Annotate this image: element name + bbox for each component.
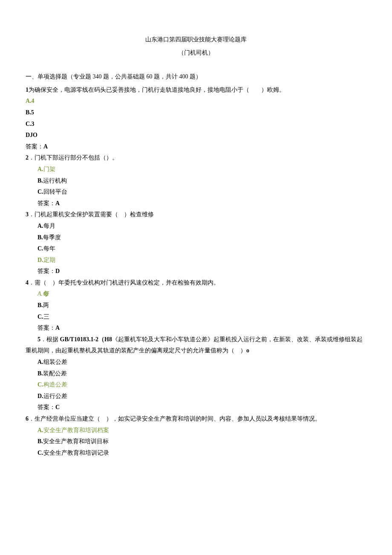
- q3-b-prefix: B.: [37, 234, 43, 241]
- q4-a-prefix: A.: [37, 291, 43, 297]
- q3-num: 3: [26, 211, 29, 218]
- q6-c-prefix: C.: [37, 450, 43, 456]
- q6-c-val: 安全生产教育和培训记录: [43, 450, 109, 456]
- q1-opt-a: A.4: [26, 96, 366, 107]
- q5-c-val: 构造公差: [43, 381, 67, 388]
- q1-opt-b: B.5: [26, 107, 366, 119]
- q5-d-val: 运行公差: [43, 393, 67, 399]
- q2-b-val: 运行机构: [43, 177, 67, 184]
- q2-answer: 答案：A: [26, 198, 366, 209]
- q2-text: 2．门机下部运行部分不包括（）。: [26, 152, 366, 164]
- q3-d-val: 定期: [43, 257, 55, 263]
- q2-body: ．门机下部运行部分不包括（）。: [29, 154, 118, 161]
- q4-opt-a: A.每: [26, 288, 366, 300]
- q5-opt-c: C.构造公差: [26, 379, 366, 391]
- q6-num: 6: [26, 416, 29, 422]
- q3-a-val: 每月: [43, 223, 55, 229]
- q1-num: 1: [26, 87, 29, 93]
- q3-body: ．门机起重机安全保护装置需要（ ）检查维修: [29, 211, 154, 218]
- q5-b-val: 装配公差: [43, 370, 67, 377]
- q4-b-val: 两: [43, 302, 49, 308]
- q6-b-prefix: B.: [37, 438, 43, 445]
- q3-opt-b: B.每季度: [26, 232, 366, 244]
- q2-opt-a: A.门架: [26, 164, 366, 175]
- q1-opt-d: DJO: [26, 130, 366, 141]
- q6-body: ．生产经营单位应当建立（ ），如实记录安全生产教育和培训的时间、内容、参加人员以…: [29, 416, 321, 422]
- q2-num: 2: [26, 154, 29, 161]
- q1-answer: 答案：A: [26, 141, 366, 153]
- q6-text: 6．生产经营单位应当建立（ ），如实记录安全生产教育和培训的时间、内容、参加人员…: [26, 413, 366, 425]
- q5-c-prefix: C.: [37, 381, 43, 388]
- q5-ans-val: C: [55, 404, 60, 410]
- q5-opt-b: B.装配公差: [26, 368, 366, 380]
- q4-ans-val: A: [55, 325, 60, 331]
- q2-ans-val: A: [55, 200, 60, 206]
- q3-ans-val: D: [55, 268, 60, 274]
- doc-subtitle: （门机司机）: [26, 47, 366, 59]
- q2-c-prefix: C.: [37, 189, 43, 195]
- q2-opt-c: C.回转平台: [26, 186, 366, 198]
- q5-opt-a: A.组装公差: [26, 357, 366, 368]
- doc-title: 山东港口第四届职业技能大赛理论题库: [26, 34, 366, 46]
- q4-c-val: 三: [43, 314, 49, 320]
- q6-opt-b: B.安全生产教育和培训目标: [26, 436, 366, 447]
- q3-c-val: 每年: [43, 245, 55, 252]
- q2-opt-b: B.运行机构: [26, 175, 366, 187]
- q5-b1: GB/T10183.1-2（H8: [60, 336, 112, 343]
- q6-opt-a: A.安全生产教育和培训档案: [26, 425, 366, 436]
- q4-opt-c: C.三: [26, 311, 366, 323]
- q3-a-prefix: A.: [37, 223, 43, 229]
- q5-d-prefix: D.: [37, 393, 43, 399]
- q3-opt-d: D.定期: [26, 255, 366, 266]
- q4-body: ．需（ ）年委托专业机构对门机进行风速仪检定，并在检验有效期内。: [29, 279, 219, 286]
- q6-b-val: 安全生产教育和培训目标: [43, 438, 109, 445]
- q2-b-prefix: B.: [37, 177, 43, 184]
- q3-opt-c: C.每年: [26, 243, 366, 255]
- q5-opt-d: D.运行公差: [26, 391, 366, 402]
- q5-num: 5: [37, 336, 40, 343]
- q4-num: 4: [26, 279, 29, 286]
- q4-answer: 答案：A: [26, 323, 366, 334]
- q5-a-prefix: A.: [37, 359, 43, 365]
- q3-b-val: 每季度: [43, 234, 61, 241]
- q3-text: 3．门机起重机安全保护装置需要（ ）检查维修: [26, 209, 366, 221]
- q4-a-val: 每: [43, 291, 49, 297]
- q1-ans-val: A: [43, 143, 48, 150]
- q3-opt-a: A.每月: [26, 221, 366, 232]
- q1-opt-c: C.3: [26, 119, 366, 130]
- q1-text: 1为确保安全，电源零线在码头已妥善接地，门机行走轨道接地良好，接地电阻小于（ ）…: [26, 84, 366, 96]
- q5-b2: o: [246, 347, 249, 354]
- q3-d-prefix: D.: [37, 257, 43, 263]
- q2-a-prefix: A.: [37, 166, 43, 172]
- q5-text: 5．根据 GB/T10183.1-2（H8《起重机车轮及大车和小车轨道公差》起重…: [26, 334, 366, 357]
- q6-a-prefix: A.: [37, 427, 43, 433]
- q2-c-val: 回转平台: [43, 189, 67, 195]
- q6-opt-c: C.安全生产教育和培训记录: [26, 447, 366, 459]
- q4-c-prefix: C.: [37, 314, 43, 320]
- q3-answer: 答案：D: [26, 266, 366, 277]
- q2-a-val: 门架: [43, 166, 55, 172]
- q5-a-val: 组装公差: [43, 359, 67, 365]
- q1-ans-label: 答案：: [26, 143, 43, 150]
- q5-b-prefix: B.: [37, 370, 43, 377]
- q5-t1: ．根据: [40, 336, 60, 343]
- q4-text: 4．需（ ）年委托专业机构对门机进行风速仪检定，并在检验有效期内。: [26, 277, 366, 289]
- q1-body: 为确保安全，电源零线在码头已妥善接地，门机行走轨道接地良好，接地电阻小于（ ）欧…: [29, 87, 285, 93]
- q4-b-prefix: B.: [37, 302, 43, 308]
- q3-c-prefix: C.: [37, 245, 43, 252]
- q4-opt-b: B.两: [26, 300, 366, 311]
- section-heading: 一、单项选择题（专业题 340 题，公共基础题 60 题，共计 400 题）: [26, 71, 366, 83]
- q5-answer: 答案：C: [26, 402, 366, 413]
- q6-a-val: 安全生产教育和培训档案: [43, 427, 109, 433]
